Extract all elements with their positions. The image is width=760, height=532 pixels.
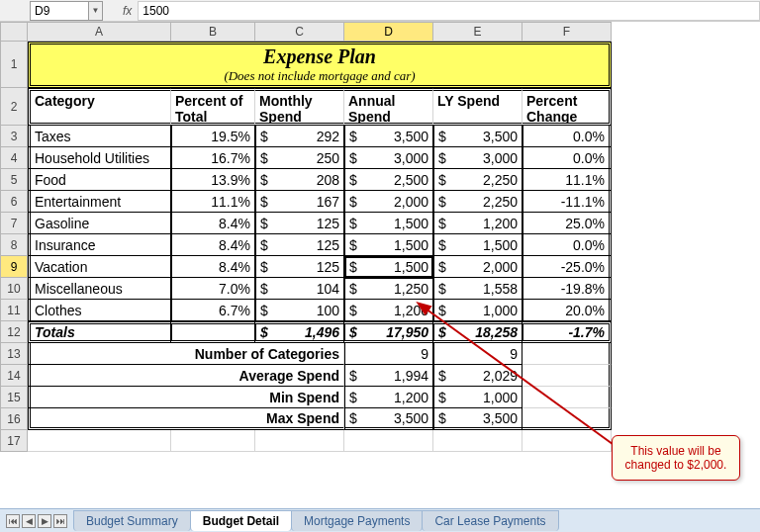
cell-B12[interactable] [171,321,255,343]
row-head-12[interactable]: 12 [0,321,28,343]
row-head-13[interactable]: 13 [0,343,28,365]
cell-D17[interactable] [344,430,433,452]
cell-F6[interactable]: -11.1% [522,191,612,213]
name-box-dropdown[interactable]: ▼ [89,1,103,21]
tab-nav-last[interactable]: ⏭ [53,514,67,528]
cell-F12[interactable]: -1.7% [522,321,612,343]
cell-C11[interactable]: $100 [255,300,344,321]
cell-E4[interactable]: $3,000 [433,147,522,169]
cell-A3[interactable]: Taxes [28,126,171,147]
cell-B9[interactable]: 8.4% [171,256,255,278]
col-head-A[interactable]: A [28,22,171,42]
sheet-tab-budget-summary[interactable]: Budget Summary [73,510,191,531]
row-head-17[interactable]: 17 [0,430,28,452]
row-head-7[interactable]: 7 [0,213,28,234]
cell-F14[interactable] [522,365,612,387]
row-head-3[interactable]: 3 [0,126,28,147]
cell-C7[interactable]: $125 [255,213,344,234]
sheet-tab-mortgage-payments[interactable]: Mortgage Payments [291,510,423,531]
row-head-4[interactable]: 4 [0,147,28,169]
cell-E9[interactable]: $2,000 [433,256,522,278]
col-head-E[interactable]: E [433,22,522,42]
col-head-F[interactable]: F [522,22,612,42]
cell-A9[interactable]: Vacation [28,256,171,278]
cell-F5[interactable]: 11.1% [522,169,612,191]
cell-D11[interactable]: $1,200 [344,300,433,321]
cell-F11[interactable]: 20.0% [522,300,612,321]
cell-F16[interactable] [522,408,612,430]
cell-B4[interactable]: 16.7% [171,147,255,169]
cell-A12[interactable]: Totals [28,321,171,343]
cell-A8[interactable]: Insurance [28,234,171,256]
sheet-tab-budget-detail[interactable]: Budget Detail [190,510,292,531]
stats-label-16[interactable]: Max Spend [28,408,344,430]
cell-C8[interactable]: $125 [255,234,344,256]
cell-C3[interactable]: $292 [255,126,344,147]
header-D[interactable]: Annual Spend [344,88,433,126]
cell-D6[interactable]: $2,000 [344,191,433,213]
cell-C12[interactable]: $1,496 [255,321,344,343]
cell-D4[interactable]: $3,000 [344,147,433,169]
cell-B10[interactable]: 7.0% [171,278,255,300]
row-head-16[interactable]: 16 [0,408,28,430]
cell-A6[interactable]: Entertainment [28,191,171,213]
cell-E11[interactable]: $1,000 [433,300,522,321]
row-head-1[interactable]: 1 [0,42,28,88]
row-head-5[interactable]: 5 [0,169,28,191]
cell-B17[interactable] [171,430,255,452]
cell-E7[interactable]: $1,200 [433,213,522,234]
row-head-8[interactable]: 8 [0,234,28,256]
cell-D9[interactable]: $1,500 [344,256,433,278]
cell-C10[interactable]: $104 [255,278,344,300]
cell-F17[interactable] [522,430,612,452]
cell-D10[interactable]: $1,250 [344,278,433,300]
tab-nav-first[interactable]: ⏮ [6,514,20,528]
cell-C5[interactable]: $208 [255,169,344,191]
header-E[interactable]: LY Spend [433,88,522,126]
cell-D15[interactable]: $1,200 [344,387,433,408]
stats-label-13[interactable]: Number of Categories [28,343,344,365]
cell-E6[interactable]: $2,250 [433,191,522,213]
title-cell[interactable]: Expense Plan(Does not include mortgage a… [28,42,612,88]
cell-F4[interactable]: 0.0% [522,147,612,169]
cell-F15[interactable] [522,387,612,408]
header-B[interactable]: Percent of Total [171,88,255,126]
row-head-15[interactable]: 15 [0,387,28,408]
cell-F3[interactable]: 0.0% [522,126,612,147]
col-head-D[interactable]: D [344,22,433,42]
cell-F9[interactable]: -25.0% [522,256,612,278]
cell-A11[interactable]: Clothes [28,300,171,321]
cell-A5[interactable]: Food [28,169,171,191]
cell-F8[interactable]: 0.0% [522,234,612,256]
row-head-10[interactable]: 10 [0,278,28,300]
row-head-11[interactable]: 11 [0,300,28,321]
sheet-tab-car-lease-payments[interactable]: Car Lease Payments [422,510,558,531]
cell-E16[interactable]: $3,500 [433,408,522,430]
cell-B7[interactable]: 8.4% [171,213,255,234]
fx-icon[interactable]: fx [123,4,132,18]
cell-D5[interactable]: $2,500 [344,169,433,191]
cell-A10[interactable]: Miscellaneous [28,278,171,300]
cell-B3[interactable]: 19.5% [171,126,255,147]
cell-D13[interactable]: 9 [344,343,433,365]
cell-E5[interactable]: $2,250 [433,169,522,191]
cell-F10[interactable]: -19.8% [522,278,612,300]
cell-E12[interactable]: $18,258 [433,321,522,343]
cell-E8[interactable]: $1,500 [433,234,522,256]
col-head-C[interactable]: C [255,22,344,42]
cell-C17[interactable] [255,430,344,452]
formula-bar[interactable]: 1500 [138,1,760,21]
cell-E14[interactable]: $2,029 [433,365,522,387]
cell-A17[interactable] [28,430,171,452]
cell-D14[interactable]: $1,994 [344,365,433,387]
cell-D12[interactable]: $17,950 [344,321,433,343]
cell-B8[interactable]: 8.4% [171,234,255,256]
cell-E10[interactable]: $1,558 [433,278,522,300]
stats-label-14[interactable]: Average Spend [28,365,344,387]
stats-label-15[interactable]: Min Spend [28,387,344,408]
cell-F13[interactable] [522,343,612,365]
cell-D7[interactable]: $1,500 [344,213,433,234]
cell-D8[interactable]: $1,500 [344,234,433,256]
cell-F7[interactable]: 25.0% [522,213,612,234]
header-A[interactable]: Category [28,88,171,126]
